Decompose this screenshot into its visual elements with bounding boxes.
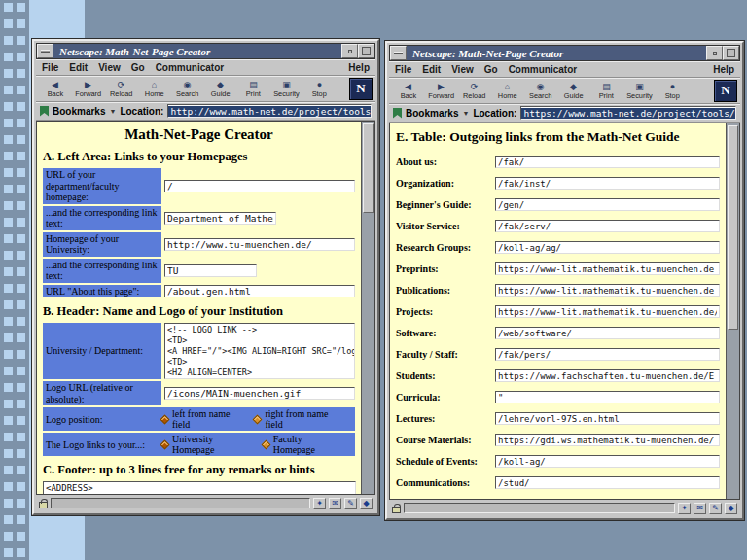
communications-input[interactable]	[495, 476, 720, 489]
faculty-staff-input[interactable]	[495, 348, 720, 361]
curricula-input[interactable]	[495, 391, 720, 403]
print-button[interactable]: ▤Print	[590, 79, 622, 103]
menu-go[interactable]: Go	[131, 62, 145, 73]
table-row: Projects:	[396, 305, 720, 318]
mailbox-component-icon[interactable]: ✉	[329, 498, 341, 509]
course-materials-input[interactable]	[495, 434, 720, 446]
titlebar[interactable]: Netscape: Math-Net-Page Creator	[36, 43, 375, 59]
location-input[interactable]: https://www.math-net.de/project/tools/Cr…	[520, 106, 736, 120]
back-button[interactable]: ◀Back	[39, 77, 71, 101]
discussions-component-icon[interactable]: ◆	[360, 498, 373, 509]
radio-links-university[interactable]: University Homepage	[161, 434, 251, 455]
reload-button[interactable]: ⟳Reload	[105, 77, 137, 101]
menu-communicator[interactable]: Communicator	[509, 64, 578, 75]
form-row-university-linktext: ...and the corresponding link text:	[43, 259, 355, 283]
status-bar: ✦ ✉ ✎ ◆	[389, 500, 740, 516]
radio-logo-right[interactable]: right from name field	[254, 408, 340, 430]
netscape-logo[interactable]: N	[349, 78, 373, 100]
menu-communicator[interactable]: Communicator	[156, 62, 225, 73]
composer-component-icon[interactable]: ✎	[709, 503, 722, 514]
forward-button[interactable]: ▶Forward	[72, 77, 104, 101]
menu-help[interactable]: Help	[713, 64, 734, 75]
form-row-logo-url: Logo URL (relative or absolute):	[43, 381, 355, 405]
university-linktext-input[interactable]	[164, 264, 257, 277]
location-input[interactable]: http://www.math-net.de/project/tools/Cre	[167, 104, 372, 118]
research-groups-input[interactable]	[495, 241, 720, 254]
visitor-service-input[interactable]	[495, 220, 720, 232]
university-url-input[interactable]	[164, 238, 355, 251]
menu-edit[interactable]: Edit	[69, 62, 88, 73]
menu-help[interactable]: Help	[348, 62, 370, 73]
scrollbar-thumb[interactable]	[728, 125, 738, 330]
schedule-of-events-input[interactable]	[495, 455, 720, 468]
lectures-input[interactable]	[495, 412, 720, 425]
software-input[interactable]	[495, 327, 720, 339]
radio-links-faculty[interactable]: Faculty Homepage	[263, 434, 340, 455]
footer-textarea[interactable]: <ADDRESS>	[43, 481, 356, 494]
print-button[interactable]: ▤Print	[237, 77, 269, 101]
logo-url-input[interactable]	[164, 387, 355, 400]
maximize-button[interactable]	[723, 46, 739, 60]
publications-input[interactable]	[495, 284, 720, 297]
window-menu-button[interactable]	[390, 46, 407, 60]
guide-button[interactable]: ◆Guide	[204, 77, 236, 101]
about-us-input[interactable]	[495, 156, 720, 168]
dept-url-input[interactable]	[164, 180, 355, 192]
dept-url-label: URL of your department/faculty homepage:	[43, 168, 161, 204]
titlebar[interactable]: Netscape: Math-Net-Page Creator	[389, 45, 740, 61]
stop-button[interactable]: ●Stop	[657, 79, 689, 103]
menu-edit[interactable]: Edit	[422, 64, 441, 75]
students-input[interactable]	[495, 369, 720, 382]
organization-input[interactable]	[495, 177, 720, 190]
search-button[interactable]: ◉Search	[171, 77, 203, 101]
guide-button[interactable]: ◆Guide	[557, 79, 589, 103]
mailbox-component-icon[interactable]: ✉	[694, 503, 706, 514]
security-button[interactable]: ▣Security	[623, 79, 656, 103]
menu-view[interactable]: View	[98, 62, 121, 73]
preprints-input[interactable]	[495, 262, 720, 275]
menu-file[interactable]: File	[395, 64, 411, 75]
form-row-header-html: University / Department: <!-- LOGO LINK …	[43, 323, 355, 379]
header-html-textarea[interactable]: <!-- LOGO LINK --> <TD> <A HREF="/"><IMG…	[164, 323, 355, 379]
reload-button[interactable]: ⟳Reload	[458, 79, 490, 103]
forward-button[interactable]: ▶Forward	[425, 79, 457, 103]
dept-linktext-input[interactable]	[164, 212, 276, 225]
menu-bar: File Edit View Go Communicator Help	[36, 59, 375, 76]
menu-go[interactable]: Go	[484, 64, 498, 75]
beginners-guide-input[interactable]	[495, 198, 720, 211]
maximize-button[interactable]	[358, 44, 374, 58]
discussions-component-icon[interactable]: ◆	[725, 503, 737, 514]
projects-input[interactable]	[495, 305, 720, 318]
bookmark-icon	[393, 108, 402, 119]
search-button[interactable]: ◉Search	[524, 79, 556, 103]
about-url-input[interactable]	[164, 285, 355, 298]
bookmarks-button[interactable]: Bookmarks	[406, 108, 458, 119]
netscape-logo[interactable]: N	[714, 80, 737, 102]
home-button[interactable]: ⌂Home	[491, 79, 523, 103]
row-label: Lectures:	[396, 413, 495, 424]
bookmarks-button[interactable]: Bookmarks	[53, 106, 105, 117]
back-button[interactable]: ◀Back	[392, 79, 424, 103]
window-menu-button[interactable]	[37, 44, 53, 58]
navigator-component-icon[interactable]: ✦	[678, 503, 691, 514]
security-lock-icon[interactable]	[392, 507, 401, 513]
minimize-button[interactable]	[341, 44, 358, 58]
print-icon: ▤	[249, 80, 258, 89]
navigator-component-icon[interactable]: ✦	[313, 498, 326, 509]
menu-file[interactable]: File	[42, 62, 58, 73]
row-label: Beginner's Guide:	[396, 199, 495, 210]
vertical-scrollbar[interactable]	[361, 122, 374, 494]
home-button[interactable]: ⌂Home	[138, 77, 170, 101]
security-icon: ▣	[635, 82, 644, 91]
security-button[interactable]: ▣Security	[270, 77, 302, 101]
composer-component-icon[interactable]: ✎	[344, 498, 357, 509]
radio-logo-left[interactable]: left from name field	[161, 408, 242, 430]
scrollbar-thumb[interactable]	[363, 123, 374, 213]
minimize-button[interactable]	[706, 46, 723, 60]
vertical-scrollbar[interactable]	[726, 123, 739, 499]
stop-button[interactable]: ●Stop	[303, 77, 336, 101]
table-row: About us:	[396, 156, 720, 168]
menu-view[interactable]: View	[451, 64, 474, 75]
security-lock-icon[interactable]	[39, 502, 48, 508]
table-row: Schedule of Events:	[396, 455, 720, 468]
